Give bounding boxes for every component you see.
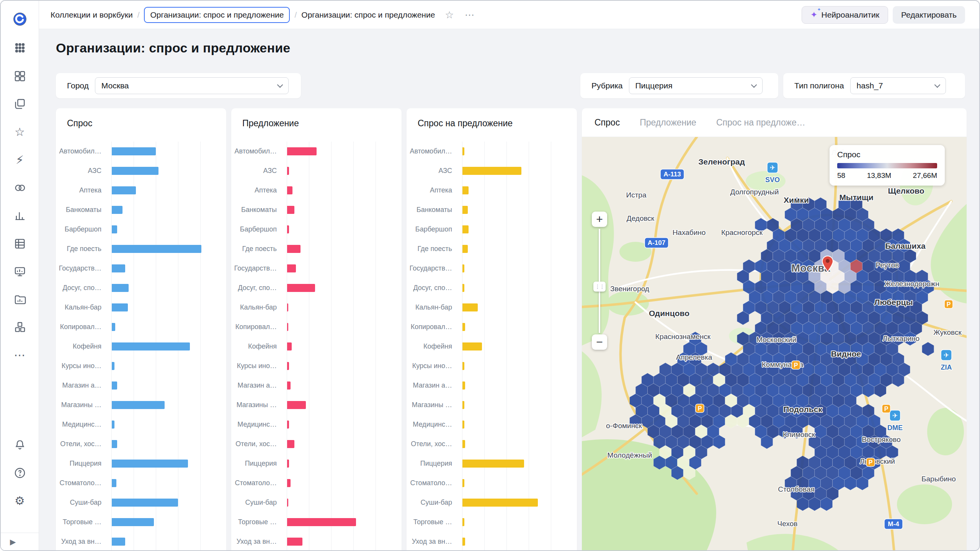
bar[interactable]: [287, 303, 288, 311]
breadcrumb-collections[interactable]: Коллекции и воркбуки: [51, 10, 133, 20]
bar[interactable]: [462, 342, 482, 350]
datasets-icon[interactable]: [13, 181, 27, 195]
bar[interactable]: [287, 167, 289, 175]
bar[interactable]: [462, 225, 469, 233]
bar[interactable]: [462, 460, 524, 468]
zoom-slider-handle[interactable]: ⋮⋮: [593, 282, 606, 292]
bar[interactable]: [287, 440, 294, 448]
settings-gear-icon[interactable]: ⚙: [13, 494, 27, 508]
bar[interactable]: [287, 186, 292, 194]
bar[interactable]: [462, 147, 464, 155]
bar[interactable]: [112, 323, 115, 331]
bar[interactable]: [462, 440, 465, 448]
zoom-slider-track[interactable]: [599, 229, 600, 333]
bar[interactable]: [462, 186, 469, 194]
bar[interactable]: [287, 401, 306, 409]
bar[interactable]: [112, 167, 158, 175]
more-services-icon[interactable]: ⋯: [13, 348, 27, 362]
bar[interactable]: [112, 284, 129, 292]
bar[interactable]: [112, 264, 125, 272]
bar[interactable]: [287, 206, 294, 214]
bar[interactable]: [462, 401, 464, 409]
breadcrumb-workbook-highlighted[interactable]: Организации: спрос и предложение: [144, 7, 290, 23]
datalens-logo-icon[interactable]: [9, 8, 31, 30]
bar[interactable]: [287, 460, 289, 468]
bar[interactable]: [287, 362, 289, 370]
more-options-icon[interactable]: ⋯: [465, 10, 475, 20]
bar[interactable]: [112, 538, 125, 546]
bar[interactable]: [287, 518, 356, 526]
neuro-analyst-button[interactable]: ✦✦ Нейроаналитик: [802, 6, 888, 24]
bar[interactable]: [112, 499, 178, 507]
bar[interactable]: [112, 381, 117, 390]
bar[interactable]: [112, 362, 114, 370]
bar[interactable]: [462, 499, 538, 507]
sidebar-expand-button[interactable]: ▶: [1, 533, 39, 550]
apps-grid-icon[interactable]: [13, 41, 27, 55]
bar[interactable]: [112, 401, 165, 409]
city-select[interactable]: Москва: [95, 77, 289, 94]
bar[interactable]: [287, 245, 301, 253]
bar[interactable]: [287, 147, 317, 155]
bar[interactable]: [112, 147, 156, 155]
dashboards-icon[interactable]: [13, 69, 27, 83]
city-select-value: Москва: [101, 81, 129, 90]
bar[interactable]: [112, 303, 128, 311]
bar[interactable]: [462, 362, 464, 370]
bar[interactable]: [287, 499, 288, 507]
bar[interactable]: [462, 284, 464, 292]
bar[interactable]: [112, 421, 114, 429]
collections-icon[interactable]: [13, 97, 27, 111]
chart-rows: Автомобил…АЗСАптекаБанкоматыБарбершопГде…: [231, 142, 402, 550]
bar[interactable]: [462, 538, 465, 546]
bar[interactable]: [462, 303, 478, 311]
bar[interactable]: [112, 479, 116, 487]
map-tab-supply[interactable]: Предложение: [640, 117, 696, 128]
notifications-bell-icon[interactable]: [13, 438, 27, 452]
zoom-out-button[interactable]: −: [592, 334, 607, 350]
bar[interactable]: [112, 245, 201, 253]
map-tab-ratio[interactable]: Спрос на предложе…: [716, 117, 805, 128]
bar[interactable]: [112, 206, 122, 214]
bar[interactable]: [112, 440, 117, 448]
bar[interactable]: [462, 167, 521, 175]
bar[interactable]: [112, 342, 190, 350]
bar[interactable]: [112, 518, 154, 526]
bar[interactable]: [112, 186, 136, 194]
connections-icon[interactable]: ⚡: [13, 153, 27, 167]
bar[interactable]: [287, 538, 302, 546]
breadcrumb-dashboard-current[interactable]: Организации: спрос и предложение: [301, 10, 435, 20]
services-cubes-icon[interactable]: [13, 320, 27, 334]
bar[interactable]: [462, 518, 464, 526]
bar[interactable]: [462, 323, 465, 331]
bar[interactable]: [287, 284, 315, 292]
help-icon[interactable]: [13, 466, 27, 480]
rubric-select[interactable]: Пиццерия: [629, 77, 763, 94]
bar[interactable]: [462, 264, 464, 272]
bar[interactable]: [462, 381, 465, 390]
charts-icon[interactable]: [13, 209, 27, 223]
bar[interactable]: [462, 421, 464, 429]
favorites-icon[interactable]: ☆: [13, 125, 27, 139]
map-tab-demand[interactable]: Спрос: [595, 117, 620, 128]
edit-button[interactable]: Редактировать: [893, 6, 965, 24]
polygon-select[interactable]: hash_7: [850, 77, 946, 94]
bar[interactable]: [462, 245, 468, 253]
bar[interactable]: [287, 323, 288, 331]
bar[interactable]: [287, 479, 291, 487]
map-canvas[interactable]: ЛобняЗеленоградИстраДолгопрудныйХимкиМыт…: [582, 137, 967, 550]
bar[interactable]: [287, 342, 292, 350]
favorite-star-icon[interactable]: ☆: [445, 10, 454, 20]
bar[interactable]: [112, 460, 188, 468]
bar[interactable]: [112, 225, 117, 233]
tables-icon[interactable]: [13, 236, 27, 251]
bar[interactable]: [462, 479, 464, 487]
bar[interactable]: [462, 206, 468, 214]
bar[interactable]: [287, 264, 296, 272]
bar[interactable]: [287, 421, 289, 429]
bar[interactable]: [287, 381, 291, 390]
monitoring-icon[interactable]: [13, 264, 27, 279]
bar[interactable]: [287, 225, 289, 233]
reports-folder-icon[interactable]: [13, 292, 27, 307]
zoom-in-button[interactable]: +: [592, 212, 607, 227]
